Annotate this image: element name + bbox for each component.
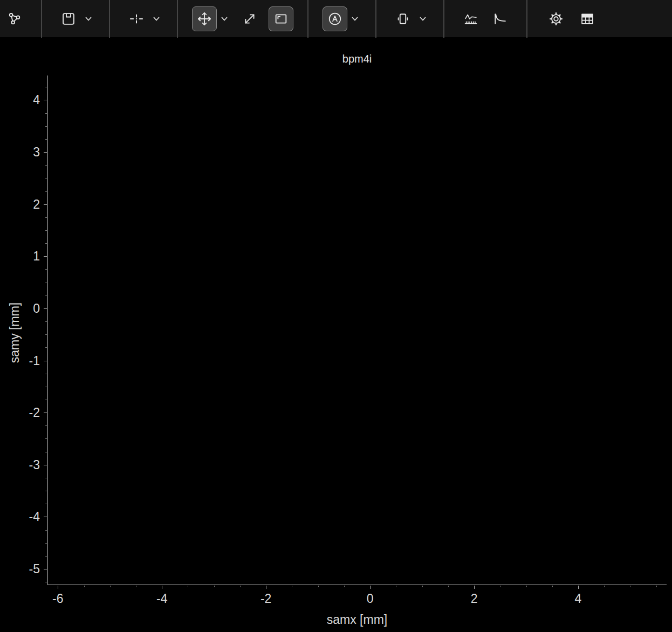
y-minor-tick bbox=[45, 139, 47, 140]
y-minor-tick bbox=[45, 478, 47, 478]
application-window: bpm4i -6-4-202443210-1-2-3-4-5 samx [mm]… bbox=[0, 0, 672, 632]
x-tick-label: 4 bbox=[575, 592, 582, 606]
y-minor-tick bbox=[45, 374, 47, 374]
y-tick-label: 4 bbox=[33, 93, 40, 107]
y-tick-label: 1 bbox=[33, 249, 40, 264]
y-major-tick bbox=[44, 361, 47, 361]
gear-icon bbox=[548, 11, 564, 26]
toolbar-separator bbox=[307, 0, 308, 38]
histogram-icon bbox=[463, 11, 478, 26]
x-axis-label: samx [mm] bbox=[327, 613, 387, 627]
y-major-tick bbox=[44, 517, 47, 517]
y-minor-tick bbox=[45, 387, 47, 387]
x-major-tick bbox=[370, 586, 371, 589]
x-minor-tick bbox=[84, 586, 85, 587]
chevron-down-icon bbox=[419, 15, 427, 23]
x-major-tick bbox=[474, 586, 475, 589]
x-minor-tick bbox=[292, 586, 292, 587]
plot-region: bpm4i -6-4-202443210-1-2-3-4-5 samx [mm]… bbox=[0, 38, 672, 632]
x-minor-tick bbox=[500, 586, 500, 587]
x-minor-tick bbox=[136, 586, 136, 587]
x-minor-tick bbox=[110, 586, 111, 587]
x-minor-tick bbox=[526, 586, 527, 587]
save-icon bbox=[61, 11, 76, 26]
y-minor-tick bbox=[45, 191, 47, 192]
toolbar-separator bbox=[443, 0, 444, 38]
y-minor-tick bbox=[45, 452, 47, 452]
x-major-tick bbox=[578, 586, 579, 589]
crosshair-button[interactable] bbox=[124, 6, 149, 31]
y-major-tick bbox=[44, 152, 47, 153]
y-minor-tick bbox=[45, 269, 47, 270]
chevron-down-icon bbox=[220, 15, 229, 23]
y-minor-tick bbox=[45, 491, 47, 491]
auto-range-dropdown-chevron[interactable] bbox=[348, 6, 361, 31]
toolbar-separator bbox=[41, 0, 42, 38]
y-tick-label: 0 bbox=[33, 301, 40, 315]
y-tick-label: 3 bbox=[33, 145, 40, 160]
x-minor-tick bbox=[214, 586, 215, 587]
device-icon bbox=[395, 11, 410, 26]
pan-mode-button[interactable] bbox=[192, 6, 217, 31]
x-tick-label: -6 bbox=[52, 592, 63, 606]
x-tick-label: -2 bbox=[260, 592, 271, 606]
settings-button[interactable] bbox=[544, 6, 568, 31]
fit-frame-button[interactable] bbox=[269, 6, 293, 31]
y-tick-label: -2 bbox=[29, 406, 40, 420]
y-minor-tick bbox=[45, 400, 47, 400]
x-minor-tick bbox=[604, 586, 605, 587]
y-minor-tick bbox=[45, 217, 47, 218]
device-button[interactable] bbox=[390, 6, 415, 31]
auto-range-button[interactable] bbox=[323, 6, 347, 31]
x-tick-label: -4 bbox=[156, 592, 167, 606]
x-tick-label: 2 bbox=[471, 592, 478, 606]
table-button[interactable] bbox=[575, 6, 600, 31]
connections-button[interactable] bbox=[2, 6, 27, 31]
frame-icon bbox=[273, 11, 289, 26]
x-minor-tick bbox=[656, 586, 657, 587]
crosshair-dropdown-chevron[interactable] bbox=[150, 6, 163, 31]
device-dropdown-chevron[interactable] bbox=[416, 6, 429, 31]
y-tick-label: -1 bbox=[29, 353, 40, 368]
x-minor-tick bbox=[552, 586, 553, 587]
x-tick-label: 0 bbox=[367, 592, 374, 606]
plot-title: bpm4i bbox=[342, 53, 372, 65]
y-minor-tick bbox=[45, 347, 47, 348]
chevron-down-icon bbox=[351, 15, 359, 23]
y-minor-tick bbox=[45, 296, 47, 296]
y-minor-tick bbox=[45, 230, 47, 231]
y-tick-label: -4 bbox=[29, 510, 40, 524]
y-minor-tick bbox=[45, 243, 47, 244]
nodes-icon bbox=[7, 11, 22, 26]
save-dropdown-chevron[interactable] bbox=[82, 6, 95, 31]
move-icon bbox=[197, 11, 212, 26]
auto-a-icon bbox=[327, 11, 342, 26]
y-tick-label: 2 bbox=[33, 197, 40, 211]
y-minor-tick bbox=[45, 556, 47, 557]
y-minor-tick bbox=[45, 126, 47, 127]
y-minor-tick bbox=[45, 87, 47, 87]
chevron-down-icon bbox=[152, 15, 161, 23]
y-minor-tick bbox=[45, 504, 47, 504]
y-minor-tick bbox=[45, 283, 47, 283]
crosshair-icon bbox=[129, 11, 144, 26]
toolbar-separator bbox=[375, 0, 376, 38]
save-button[interactable] bbox=[56, 6, 81, 31]
toolbar-separator bbox=[109, 0, 110, 38]
plot-canvas[interactable] bbox=[47, 75, 667, 585]
pan-dropdown-chevron[interactable] bbox=[218, 6, 231, 31]
x-minor-tick bbox=[448, 586, 449, 587]
y-minor-tick bbox=[45, 334, 47, 335]
curve-settings-button[interactable] bbox=[488, 6, 512, 31]
y-major-tick bbox=[44, 465, 47, 465]
y-minor-tick bbox=[45, 165, 47, 166]
resize-button[interactable] bbox=[237, 6, 262, 31]
y-minor-tick bbox=[45, 543, 47, 544]
x-minor-tick bbox=[396, 586, 396, 587]
y-minor-tick bbox=[45, 438, 47, 439]
y-tick-label: -3 bbox=[29, 457, 40, 472]
fft-button[interactable] bbox=[458, 6, 483, 31]
y-major-tick bbox=[44, 413, 47, 413]
x-major-tick bbox=[58, 586, 58, 589]
curve-icon bbox=[492, 11, 508, 26]
